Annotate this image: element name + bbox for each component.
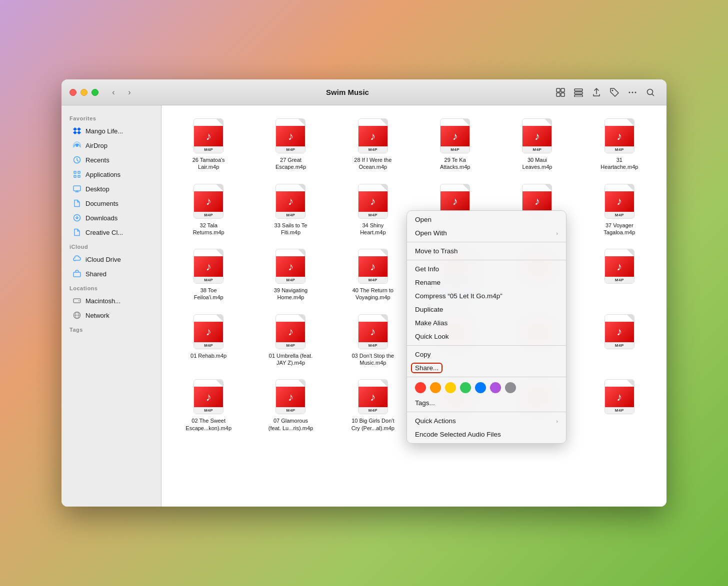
music-note-icon: ♪ <box>288 260 294 273</box>
file-name: 32 TalaReturns.m4p <box>193 222 224 236</box>
sidebar-item-shared[interactable]: Shared <box>64 267 158 281</box>
list-item[interactable]: ♪ M4P 33 Sails to TeFiti.m4p <box>252 179 330 240</box>
color-dot-purple[interactable] <box>490 382 501 393</box>
color-dot-gray[interactable] <box>505 382 516 393</box>
file-icon: ♪ M4P <box>604 378 636 415</box>
list-item[interactable]: ♪ M4P 07 Glamorous(feat. Lu...ris).m4p <box>252 374 330 436</box>
file-icon-red: ♪ <box>605 256 634 277</box>
context-menu-tags[interactable]: Tags... <box>407 396 566 410</box>
toolbar-right <box>552 84 658 100</box>
file-icon: ♪ M4P <box>192 378 224 415</box>
list-item[interactable]: ♪ M4P 01 Rehab.m4p <box>170 309 248 371</box>
sidebar-item-desktop[interactable]: Desktop <box>64 182 158 196</box>
context-menu-copy[interactable]: Copy <box>407 348 566 361</box>
context-menu-quick-actions[interactable]: Quick Actions › <box>407 414 566 428</box>
file-icon: ♪ M4P <box>357 117 389 154</box>
file-type-label: M4P <box>605 212 634 218</box>
file-icon-red: ♪ <box>605 322 634 342</box>
list-item[interactable]: ♪ M4P 03 Don't Stop theMusic.m4p <box>334 309 412 371</box>
list-view-button[interactable] <box>570 84 586 100</box>
list-item[interactable]: ♪ M4P 10 Big Girls Don'tCry (Per...al).m… <box>334 374 412 436</box>
sidebar-item-recents[interactable]: Recents <box>64 153 158 167</box>
list-item[interactable]: ♪ M4P <box>580 244 658 305</box>
sidebar-item-macintosh[interactable]: Macintosh... <box>64 294 158 308</box>
file-icon-bg: ♪ M4P <box>194 118 224 153</box>
main-content: Favorites Mango Life... AirDrop Recents <box>62 105 666 507</box>
context-menu-compress[interactable]: Compress “05 Let It Go.m4p” <box>407 289 566 303</box>
context-menu-rename[interactable]: Rename <box>407 276 566 289</box>
sidebar-item-applications[interactable]: Applications <box>64 167 158 181</box>
close-button[interactable] <box>70 89 76 96</box>
context-menu-divider <box>407 377 566 377</box>
context-menu-make-alias[interactable]: Make Alias <box>407 316 566 330</box>
file-icon-bg: ♪ M4P <box>194 314 224 349</box>
file-type-label: M4P <box>194 146 223 153</box>
context-menu-quick-look[interactable]: Quick Look <box>407 330 566 343</box>
list-item[interactable]: ♪ M4P 01 Umbrella (feat.JAY Z).m4p <box>252 309 330 371</box>
chevron-right-icon: › <box>556 418 558 424</box>
svg-rect-5 <box>574 92 582 94</box>
tag-button[interactable] <box>606 84 622 100</box>
list-item[interactable]: ♪ M4P 02 The SweetEscape...kon).m4p <box>170 374 248 436</box>
minimize-button[interactable] <box>80 89 88 96</box>
list-item[interactable]: ♪ M4P 29 Te KaAttacks.m4p <box>416 113 494 175</box>
file-icon-red: ♪ <box>276 322 305 342</box>
list-item[interactable]: ♪ M4P 37 VoyagerTagaloa.m4p <box>580 179 658 240</box>
file-icon-bg: ♪ M4P <box>194 184 224 219</box>
list-item[interactable]: ♪ M4P 31Heartache.m4p <box>580 113 658 175</box>
file-type-label: M4P <box>358 277 388 283</box>
sidebar-item-documents[interactable]: Documents <box>64 196 158 210</box>
music-note-icon: ♪ <box>616 130 622 143</box>
list-item[interactable]: ♪ M4P 26 Tamatoa'sLair.m4p <box>170 113 248 175</box>
sidebar-item-downloads[interactable]: Downloads <box>64 211 158 225</box>
music-note-icon: ♪ <box>206 391 212 404</box>
more-icon <box>628 88 637 97</box>
file-icon-bg: ♪ M4P <box>276 249 306 284</box>
sidebar-item-airdrop[interactable]: AirDrop <box>64 138 158 152</box>
context-menu-move-to-trash[interactable]: Move to Trash <box>407 244 566 258</box>
list-item[interactable]: ♪ M4P 34 ShinyHeart.m4p <box>334 179 412 240</box>
list-item[interactable]: ♪ M4P 32 TalaReturns.m4p <box>170 179 248 240</box>
sidebar-item-icloud-drive[interactable]: iCloud Drive <box>64 252 158 266</box>
sidebar-item-mango[interactable]: Mango Life... <box>64 124 158 138</box>
context-menu-duplicate[interactable]: Duplicate <box>407 303 566 316</box>
recents-icon <box>72 155 82 164</box>
back-button[interactable]: ‹ <box>106 85 120 99</box>
list-item[interactable]: ♪ M4P 38 ToeFeiloa'i.m4p <box>170 244 248 305</box>
list-item[interactable]: ♪ M4P 27 GreatEscape.m4p <box>252 113 330 175</box>
svg-point-8 <box>629 91 630 93</box>
list-item[interactable]: ♪ M4P 40 The Return toVoyaging.m4p <box>334 244 412 305</box>
file-type-label: M4P <box>605 342 634 349</box>
more-button[interactable] <box>624 84 640 100</box>
sidebar-item-creative[interactable]: Creative Cl... <box>64 225 158 239</box>
downloads-icon <box>72 213 82 222</box>
color-dot-red[interactable] <box>415 382 426 393</box>
color-dot-green[interactable] <box>460 382 471 393</box>
list-item[interactable]: ♪ M4P <box>580 374 658 436</box>
grid-view-button[interactable] <box>552 84 568 100</box>
share-label: Share... <box>415 364 438 372</box>
sidebar-item-network[interactable]: Network <box>64 308 158 322</box>
context-menu-get-info[interactable]: Get Info <box>407 262 566 276</box>
list-item[interactable]: ♪ M4P 28 If I Were theOcean.m4p <box>334 113 412 175</box>
file-type-label: M4P <box>358 212 388 218</box>
file-type-label: M4P <box>194 342 223 349</box>
file-icon-red: ♪ <box>358 322 388 342</box>
list-item[interactable]: ♪ M4P <box>580 309 658 371</box>
forward-button[interactable]: › <box>122 85 136 99</box>
color-dot-orange[interactable] <box>430 382 441 393</box>
context-menu-open-with[interactable]: Open With › <box>407 226 566 240</box>
nav-buttons: ‹ › <box>106 85 136 99</box>
file-icon-red: ♪ <box>194 387 223 407</box>
context-menu-share[interactable]: Share... <box>407 361 566 375</box>
color-dot-blue[interactable] <box>475 382 486 393</box>
file-icon-bg: ♪ M4P <box>604 118 634 153</box>
context-menu-encode[interactable]: Encode Selected Audio Files <box>407 428 566 441</box>
maximize-button[interactable] <box>92 89 98 96</box>
context-menu-open[interactable]: Open <box>407 213 566 226</box>
search-button[interactable] <box>642 84 658 100</box>
color-dot-yellow[interactable] <box>445 382 456 393</box>
list-item[interactable]: ♪ M4P 30 MauiLeaves.m4p <box>498 113 576 175</box>
list-item[interactable]: ♪ M4P 39 NavigatingHome.m4p <box>252 244 330 305</box>
share-button[interactable] <box>588 84 604 100</box>
